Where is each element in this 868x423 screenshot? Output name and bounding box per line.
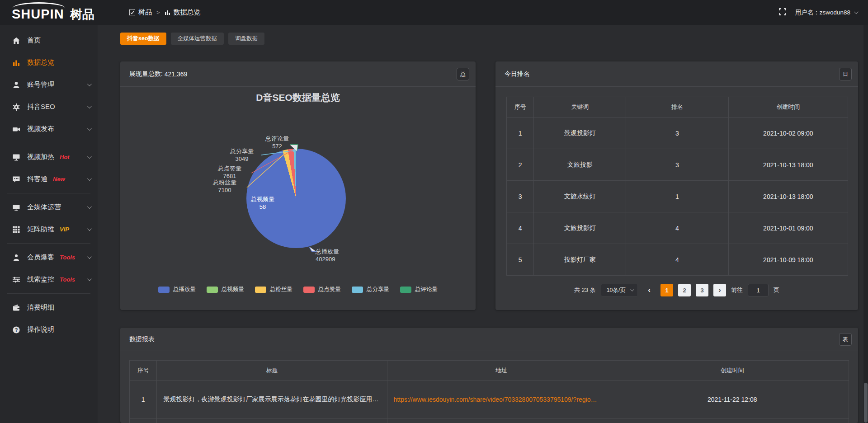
legend-item-shares[interactable]: 总分享量 — [352, 286, 389, 293]
table-row: 5投影灯厂家42021-10-09 18:00 — [507, 244, 848, 276]
sidebar-divider — [7, 193, 90, 193]
pie-label-shares: 总分享量3049 — [217, 147, 267, 163]
tab-inquiry-data[interactable]: 询盘数据 — [228, 33, 264, 45]
video-title-cell: 景观投影灯，夜游景观投影灯厂家展示展示落花灯在花园里的灯光投影应用效果 # — [157, 381, 387, 419]
page-button-1[interactable]: 1 — [660, 284, 673, 296]
sidebar-item-home[interactable]: 首页 — [0, 29, 98, 52]
pie-label-likes: 总点赞量7681 — [205, 164, 255, 180]
table-header-row: 序号 关键词 排名 创建时间 — [507, 97, 848, 118]
gear-icon — [12, 103, 20, 111]
grid-icon — [12, 226, 20, 234]
sidebar-item-member[interactable]: 会员爆客 Tools — [0, 246, 98, 268]
pagination: 共 23 条 10条/页 ‹ 1 2 3 › 前往 页 — [495, 284, 858, 296]
sidebar-item-media-ops[interactable]: 全媒体运营 — [0, 196, 98, 218]
breadcrumb: 树品 > 数据总览 — [129, 0, 201, 25]
page-scrollbar[interactable] — [863, 25, 868, 423]
tab-media-ops-data[interactable]: 全媒体运营数据 — [171, 33, 224, 45]
sidebar-item-douketong[interactable]: 抖客通 New — [0, 168, 98, 190]
goto-unit: 页 — [774, 286, 779, 294]
next-page-button[interactable]: › — [713, 284, 726, 296]
ranking-table: 序号 关键词 排名 创建时间 1景观投影灯32021-10-02 09:00 2… — [506, 97, 848, 276]
topbar-right: 用户名：zswodun88 — [779, 0, 857, 25]
legend-item-videos[interactable]: 总视频量 — [207, 286, 244, 293]
legend-item-fans[interactable]: 总粉丝量 — [255, 286, 292, 293]
sidebar-item-douyin-seo[interactable]: 抖音SEO — [0, 96, 98, 118]
chat-icon — [12, 175, 20, 183]
monitor-icon — [12, 203, 20, 212]
table-row: 1景观投影灯32021-10-02 09:00 — [507, 118, 848, 149]
breadcrumb-root-icon — [129, 9, 135, 15]
logo-text-en: SHUPIN — [12, 7, 64, 21]
legend-item-likes[interactable]: 总点赞量 — [303, 286, 341, 293]
page-size-select[interactable]: 10条/页 — [601, 284, 638, 296]
chart-title: D音SEO数据量总览 — [120, 91, 476, 104]
legend-swatch — [158, 287, 170, 293]
user-menu[interactable]: 用户名：zswodun88 — [795, 9, 857, 17]
chevron-down-icon — [87, 254, 92, 259]
app-logo[interactable]: SHUPIN 树品 — [12, 0, 94, 25]
legend-item-comments[interactable]: 总评论量 — [400, 286, 438, 293]
sidebar-item-video-heat[interactable]: 视频加热 Hot — [0, 146, 98, 168]
breadcrumb-root[interactable]: 树品 — [138, 8, 152, 17]
chevron-down-icon — [854, 9, 859, 14]
sidebar: 首页 数据总览 账号管理 抖音SEO 视频发布 视频加热 Hot 抖客通 New… — [0, 25, 98, 423]
svg-text:?: ? — [15, 327, 18, 333]
legend-swatch — [303, 287, 315, 293]
scrollbar-thumb[interactable] — [864, 383, 868, 423]
topbar: SHUPIN 树品 树品 > 数据总览 用户名：zswodun88 — [0, 0, 868, 25]
table-view-toggle[interactable]: 表 — [839, 333, 852, 346]
chart-legend: 总播放量 总视频量 总粉丝量 总点赞量 总分享量 总评论量 — [120, 286, 476, 293]
sidebar-item-account[interactable]: 账号管理 — [0, 74, 98, 96]
report-card-header: 数据报表 表 — [120, 328, 858, 351]
prev-page-button[interactable]: ‹ — [643, 284, 656, 296]
video-link[interactable]: https://www.iesdouyin.com/share/video/70… — [394, 396, 597, 403]
chevron-down-icon — [87, 176, 92, 181]
sliders-icon — [12, 276, 20, 284]
legend-swatch — [400, 287, 411, 293]
user-label: 用户名：zswodun88 — [795, 9, 850, 17]
report-table: 序号 标题 地址 创建时间 1 景观投影灯，夜游景观投影灯厂家展示展示落花灯在花… — [129, 360, 849, 423]
logo-arc — [13, 2, 65, 8]
impressions-total-label: 展现量总数: — [129, 70, 163, 78]
tools-badge: Tools — [60, 254, 75, 261]
legend-swatch — [207, 287, 218, 293]
question-icon: ? — [12, 326, 20, 334]
table-row: 3文旅水纹灯12021-10-13 18:00 — [507, 181, 848, 212]
video-camera-icon — [12, 125, 20, 133]
table-row-partial — [130, 419, 849, 423]
goto-label: 前往 — [731, 286, 743, 294]
sidebar-item-video-publish[interactable]: 视频发布 — [0, 118, 98, 140]
pie-label-plays: 总播放量402909 — [316, 248, 379, 263]
fullscreen-icon[interactable] — [779, 8, 786, 17]
chevron-down-icon — [87, 104, 92, 108]
page-button-2[interactable]: 2 — [678, 284, 691, 296]
total-view-toggle[interactable]: 总 — [457, 68, 469, 80]
impressions-total-value: 421,369 — [165, 70, 188, 78]
legend-item-plays[interactable]: 总播放量 — [158, 286, 196, 293]
sidebar-item-matrix-boost[interactable]: 矩阵助推 VIP — [0, 218, 98, 240]
dashboard-page: { "theme": { "accent_orange": "#f28100",… — [0, 0, 868, 423]
breadcrumb-current-icon — [165, 9, 170, 15]
breadcrumb-current[interactable]: 数据总览 — [174, 8, 201, 17]
chart-card: 展现量总数: 421,369 总 D音SEO数据量总览 总评论量572 总分享量… — [120, 61, 476, 310]
report-card-title: 数据报表 — [129, 335, 155, 343]
chart-card-header: 展现量总数: 421,369 总 — [120, 61, 476, 87]
chevron-down-icon — [87, 82, 92, 86]
sidebar-item-consume-detail[interactable]: 消费明细 — [0, 296, 98, 319]
data-tabs: 抖音seo数据 全媒体运营数据 询盘数据 — [120, 33, 264, 45]
sidebar-item-data-overview[interactable]: 数据总览 — [0, 52, 98, 74]
daily-view-toggle[interactable]: 日 — [839, 68, 852, 80]
user-icon — [12, 81, 20, 89]
screen-icon — [12, 153, 20, 161]
breadcrumb-separator: > — [156, 9, 160, 16]
tab-douyin-seo-data[interactable]: 抖音seo数据 — [120, 33, 166, 45]
sidebar-item-help[interactable]: ? 操作说明 — [0, 319, 98, 341]
ranking-card-header: 今日排名 日 — [495, 61, 858, 87]
sidebar-item-clue-monitor[interactable]: 线索监控 Tools — [0, 268, 98, 291]
chevron-down-icon — [87, 154, 92, 159]
sidebar-divider — [7, 243, 90, 244]
sidebar-divider — [7, 293, 90, 294]
legend-swatch — [352, 287, 363, 293]
goto-page-input[interactable] — [748, 284, 769, 296]
page-button-3[interactable]: 3 — [696, 284, 708, 296]
